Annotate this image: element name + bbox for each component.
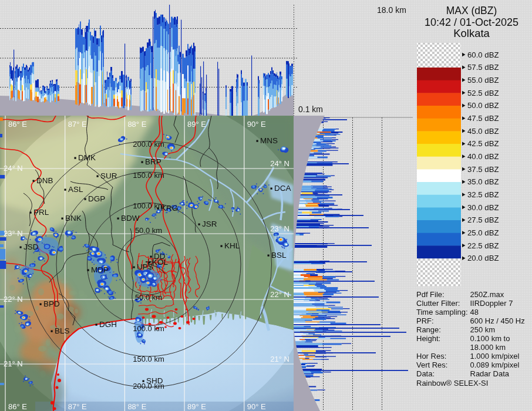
svg-text:100.0 km: 100.0 km <box>133 201 164 210</box>
svg-text:Pdf File:: Pdf File: <box>416 290 445 299</box>
svg-text:57.5 dBZ: 57.5 dBZ <box>467 63 499 72</box>
svg-text:37.5 dBZ: 37.5 dBZ <box>467 165 499 174</box>
svg-text:Hor Res:: Hor Res: <box>416 352 446 361</box>
svg-text:KRG: KRG <box>161 204 178 213</box>
svg-text:86° E: 86° E <box>8 120 27 129</box>
svg-text:87° E: 87° E <box>68 120 87 129</box>
svg-text:IIRDoppler 7: IIRDoppler 7 <box>470 299 513 308</box>
svg-text:JSD: JSD <box>23 242 39 251</box>
svg-text:MAX (dBZ): MAX (dBZ) <box>446 5 497 16</box>
svg-text:21° N: 21° N <box>270 355 289 363</box>
svg-text:87° E: 87° E <box>68 402 87 411</box>
svg-text:86° E: 86° E <box>8 402 27 411</box>
svg-text:600 Hz / 450 Hz: 600 Hz / 450 Hz <box>470 316 525 325</box>
svg-text:Kolkata: Kolkata <box>453 27 490 39</box>
svg-text:PRF:: PRF: <box>416 316 434 325</box>
svg-text:ASL: ASL <box>68 185 83 194</box>
svg-text:DNB: DNB <box>36 176 53 185</box>
svg-text:88° E: 88° E <box>127 402 146 411</box>
svg-text:UPS: UPS <box>137 262 153 271</box>
svg-text:DCA: DCA <box>274 184 291 193</box>
svg-text:150.0 km: 150.0 km <box>133 355 164 363</box>
svg-text:27.5 dBZ: 27.5 dBZ <box>467 215 499 224</box>
svg-text:Radar Data: Radar Data <box>470 369 510 378</box>
svg-text:22.5 dBZ: 22.5 dBZ <box>467 241 499 250</box>
svg-text:23° N: 23° N <box>4 229 23 238</box>
svg-text:50.0 km: 50.0 km <box>135 293 162 302</box>
svg-text:10:42 / 01-Oct-2025: 10:42 / 01-Oct-2025 <box>425 16 518 28</box>
svg-text:BLS: BLS <box>55 326 70 335</box>
svg-text:30.0 dBZ: 30.0 dBZ <box>467 203 499 212</box>
svg-text:Clutter Filter:: Clutter Filter: <box>416 299 460 308</box>
svg-text:50.0 km: 50.0 km <box>135 226 162 235</box>
svg-text:JSR: JSR <box>202 220 217 228</box>
svg-text:Data:: Data: <box>416 369 435 378</box>
svg-text:90° E: 90° E <box>247 402 266 411</box>
svg-text:DGP: DGP <box>88 194 105 203</box>
svg-text:20.0 dBZ: 20.0 dBZ <box>467 254 499 262</box>
svg-text:45.0 dBZ: 45.0 dBZ <box>467 127 499 136</box>
svg-text:60.0 dBZ: 60.0 dBZ <box>467 50 499 59</box>
svg-text:90° E: 90° E <box>247 120 266 129</box>
svg-text:DGH: DGH <box>99 320 117 329</box>
svg-text:BPD: BPD <box>43 299 60 308</box>
svg-text:KOL: KOL <box>152 258 169 267</box>
svg-text:DMK: DMK <box>78 153 96 162</box>
svg-text:BNK: BNK <box>65 214 82 223</box>
svg-text:0.100 km to: 0.100 km to <box>470 334 510 343</box>
svg-text:52.5 dBZ: 52.5 dBZ <box>467 89 499 97</box>
svg-text:0.089 km/pixel: 0.089 km/pixel <box>470 361 520 369</box>
svg-text:22° N: 22° N <box>4 295 23 304</box>
svg-text:23° N: 23° N <box>270 224 289 233</box>
svg-text:KHL: KHL <box>224 241 240 250</box>
svg-text:50.0 dBZ: 50.0 dBZ <box>467 101 499 110</box>
svg-text:42.5 dBZ: 42.5 dBZ <box>467 139 499 148</box>
svg-text:MNS: MNS <box>260 136 278 145</box>
svg-text:BRP: BRP <box>145 157 161 166</box>
svg-text:24° N: 24° N <box>270 159 289 168</box>
svg-text:250Z.max: 250Z.max <box>470 290 504 299</box>
svg-text:22° N: 22° N <box>270 290 289 299</box>
svg-text:0.1 km: 0.1 km <box>298 105 323 114</box>
svg-text:21° N: 21° N <box>4 359 23 368</box>
svg-text:35.0 dBZ: 35.0 dBZ <box>467 177 499 186</box>
svg-text:25.0 dBZ: 25.0 dBZ <box>467 228 499 237</box>
svg-text:BDW: BDW <box>121 214 140 223</box>
svg-text:BSL: BSL <box>271 251 287 260</box>
svg-text:200.0 km: 200.0 km <box>133 140 164 149</box>
svg-text:40.0 dBZ: 40.0 dBZ <box>467 152 499 161</box>
svg-text:48: 48 <box>470 308 479 316</box>
svg-text:150.0 km: 150.0 km <box>133 171 164 180</box>
svg-text:Height:: Height: <box>416 334 440 343</box>
svg-text:Range:: Range: <box>416 325 441 334</box>
svg-text:88° E: 88° E <box>127 120 146 129</box>
svg-text:18.000 km: 18.000 km <box>470 343 506 352</box>
svg-text:MDP: MDP <box>91 265 109 274</box>
svg-text:47.5 dBZ: 47.5 dBZ <box>467 114 499 123</box>
svg-text:SHD: SHD <box>146 376 163 385</box>
svg-text:89° E: 89° E <box>187 402 206 411</box>
svg-text:Vert Res:: Vert Res: <box>416 361 447 369</box>
svg-text:24° N: 24° N <box>4 164 23 173</box>
svg-text:32.5 dBZ: 32.5 dBZ <box>467 190 499 199</box>
svg-text:Rainbow® SELEX-SI: Rainbow® SELEX-SI <box>416 379 488 388</box>
svg-text:100.0 km: 100.0 km <box>133 324 164 333</box>
svg-text:18.0 km: 18.0 km <box>377 5 406 15</box>
svg-text:SUR: SUR <box>100 171 117 180</box>
svg-text:Time sampling:: Time sampling: <box>416 308 468 316</box>
svg-text:55.0 dBZ: 55.0 dBZ <box>467 76 499 85</box>
svg-text:89° E: 89° E <box>187 120 206 129</box>
svg-text:1.000 km/pixel: 1.000 km/pixel <box>470 352 520 361</box>
svg-text:250 km: 250 km <box>470 325 496 334</box>
svg-text:PRL: PRL <box>33 208 49 217</box>
